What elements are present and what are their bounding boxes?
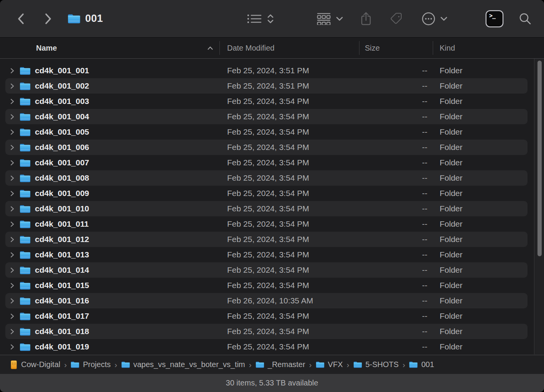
table-row[interactable]: cd4k_001_014 Feb 25, 2024, 3:54 PM -- Fo… bbox=[0, 262, 544, 278]
row-date-modified: Feb 25, 2024, 3:54 PM bbox=[219, 170, 359, 186]
table-row[interactable]: cd4k_001_003 Feb 25, 2024, 3:54 PM -- Fo… bbox=[0, 94, 544, 109]
path-separator: › bbox=[309, 360, 312, 369]
path-item-icon bbox=[71, 361, 79, 368]
table-row[interactable]: cd4k_001_008 Feb 25, 2024, 3:54 PM -- Fo… bbox=[0, 170, 544, 186]
finder-window: 001 bbox=[0, 0, 544, 392]
disclosure-chevron-icon[interactable] bbox=[10, 237, 14, 242]
table-row[interactable]: cd4k_001_012 Feb 25, 2024, 3:54 PM -- Fo… bbox=[0, 232, 544, 247]
window-proxy[interactable]: 001 bbox=[68, 0, 103, 37]
disclosure-chevron-icon[interactable] bbox=[10, 252, 14, 258]
table-row[interactable]: cd4k_001_007 Feb 25, 2024, 3:54 PM -- Fo… bbox=[0, 155, 544, 170]
row-date-modified: Feb 25, 2024, 3:54 PM bbox=[219, 109, 359, 124]
column-header-name[interactable]: Name bbox=[36, 38, 57, 58]
disclosure-chevron-icon[interactable] bbox=[10, 114, 14, 120]
path-item[interactable]: 001 bbox=[409, 360, 434, 369]
terminal-button[interactable]: >_ bbox=[486, 0, 503, 37]
path-item[interactable]: Projects bbox=[71, 360, 110, 369]
disclosure-chevron-icon[interactable] bbox=[10, 267, 14, 273]
forward-button[interactable] bbox=[43, 0, 53, 37]
path-item[interactable]: Cow-Digital bbox=[10, 360, 60, 369]
row-date-modified: Feb 25, 2024, 3:54 PM bbox=[219, 278, 359, 293]
row-name-cell: cd4k_001_015 bbox=[0, 278, 219, 293]
more-actions-button[interactable] bbox=[421, 0, 447, 37]
disclosure-chevron-icon[interactable] bbox=[10, 283, 14, 288]
row-date-modified: Feb 25, 2024, 3:51 PM bbox=[219, 78, 359, 94]
row-kind: Folder bbox=[433, 124, 544, 140]
sort-ascending-icon[interactable] bbox=[207, 46, 213, 50]
terminal-prompt-glyph: >_ bbox=[489, 13, 495, 19]
row-kind: Folder bbox=[433, 63, 544, 78]
folder-name: cd4k_001_017 bbox=[35, 311, 89, 321]
table-row[interactable]: cd4k_001_017 Feb 25, 2024, 3:54 PM -- Fo… bbox=[0, 308, 544, 324]
row-size: -- bbox=[359, 216, 433, 232]
search-button[interactable] bbox=[519, 0, 532, 37]
disclosure-chevron-icon[interactable] bbox=[10, 329, 14, 334]
group-button[interactable] bbox=[317, 0, 343, 37]
table-row[interactable]: cd4k_001_006 Feb 25, 2024, 3:54 PM -- Fo… bbox=[0, 140, 544, 155]
folder-name: cd4k_001_015 bbox=[35, 281, 89, 290]
back-button[interactable] bbox=[16, 0, 26, 37]
disclosure-chevron-icon[interactable] bbox=[10, 68, 14, 74]
disclosure-chevron-icon[interactable] bbox=[10, 191, 14, 196]
disclosure-chevron-icon[interactable] bbox=[10, 129, 14, 135]
row-date-modified: Feb 25, 2024, 3:54 PM bbox=[219, 124, 359, 140]
up-down-chevrons-icon bbox=[267, 14, 274, 24]
table-row[interactable]: cd4k_001_013 Feb 25, 2024, 3:54 PM -- Fo… bbox=[0, 247, 544, 262]
disclosure-chevron-icon[interactable] bbox=[10, 99, 14, 104]
folder-icon bbox=[20, 266, 31, 275]
column-divider[interactable] bbox=[219, 41, 220, 55]
folder-name: cd4k_001_011 bbox=[35, 219, 89, 229]
table-row[interactable]: cd4k_001_019 Feb 25, 2024, 3:54 PM -- Fo… bbox=[0, 339, 544, 354]
folder-name: cd4k_001_006 bbox=[35, 143, 89, 152]
path-separator: › bbox=[402, 360, 405, 369]
path-item[interactable]: 5-SHOTS bbox=[353, 360, 399, 369]
column-header-kind[interactable]: Kind bbox=[440, 38, 455, 58]
column-header-size[interactable]: Size bbox=[365, 38, 380, 58]
table-row[interactable]: cd4k_001_015 Feb 25, 2024, 3:54 PM -- Fo… bbox=[0, 278, 544, 293]
disclosure-chevron-icon[interactable] bbox=[10, 344, 14, 350]
disclosure-chevron-icon[interactable] bbox=[10, 83, 14, 89]
path-item[interactable]: VFX bbox=[316, 360, 343, 369]
folder-name: cd4k_001_012 bbox=[35, 235, 89, 244]
row-name-cell: cd4k_001_017 bbox=[0, 308, 219, 324]
status-bar: 30 items, 5.33 TB available bbox=[0, 374, 544, 392]
table-row[interactable]: cd4k_001_018 Feb 25, 2024, 3:54 PM -- Fo… bbox=[0, 324, 544, 339]
share-button[interactable] bbox=[360, 0, 372, 37]
row-name-cell: cd4k_001_012 bbox=[0, 232, 219, 247]
folder-icon bbox=[20, 97, 31, 106]
scrollbar-thumb[interactable] bbox=[537, 61, 542, 256]
disclosure-chevron-icon[interactable] bbox=[10, 221, 14, 227]
row-date-modified: Feb 25, 2024, 3:54 PM bbox=[219, 324, 359, 339]
scrollbar-track[interactable] bbox=[534, 59, 544, 354]
tag-button[interactable] bbox=[390, 0, 404, 37]
toolbar: 001 bbox=[0, 0, 544, 38]
table-row[interactable]: cd4k_001_004 Feb 25, 2024, 3:54 PM -- Fo… bbox=[0, 109, 544, 124]
row-size: -- bbox=[359, 94, 433, 109]
row-size: -- bbox=[359, 339, 433, 354]
row-kind: Folder bbox=[433, 186, 544, 201]
path-item[interactable]: _Remaster bbox=[256, 360, 305, 369]
table-row[interactable]: cd4k_001_011 Feb 25, 2024, 3:54 PM -- Fo… bbox=[0, 216, 544, 232]
disclosure-chevron-icon[interactable] bbox=[10, 175, 14, 181]
path-item-icon bbox=[353, 361, 362, 368]
row-size: -- bbox=[359, 201, 433, 216]
table-row[interactable]: cd4k_001_001 Feb 25, 2024, 3:51 PM -- Fo… bbox=[0, 63, 544, 78]
path-item[interactable]: vapes_vs_nate_vs_boter_vs_tim bbox=[121, 360, 245, 369]
table-row[interactable]: cd4k_001_010 Feb 25, 2024, 3:54 PM -- Fo… bbox=[0, 201, 544, 216]
view-mode-button[interactable] bbox=[247, 0, 274, 37]
disclosure-chevron-icon[interactable] bbox=[10, 298, 14, 304]
column-divider[interactable] bbox=[433, 41, 433, 55]
disclosure-chevron-icon[interactable] bbox=[10, 206, 14, 212]
disclosure-chevron-icon[interactable] bbox=[10, 160, 14, 166]
table-row[interactable]: cd4k_001_009 Feb 25, 2024, 3:54 PM -- Fo… bbox=[0, 186, 544, 201]
path-item-icon bbox=[121, 361, 130, 368]
column-header-date-modified[interactable]: Date Modified bbox=[227, 38, 274, 58]
column-divider[interactable] bbox=[359, 41, 359, 55]
disclosure-chevron-icon[interactable] bbox=[10, 145, 14, 150]
table-row[interactable]: cd4k_001_016 Feb 26, 2024, 10:35 AM -- F… bbox=[0, 293, 544, 308]
disclosure-chevron-icon[interactable] bbox=[10, 313, 14, 319]
table-row[interactable]: cd4k_001_002 Feb 25, 2024, 3:51 PM -- Fo… bbox=[0, 78, 544, 94]
table-row[interactable]: cd4k_001_005 Feb 25, 2024, 3:54 PM -- Fo… bbox=[0, 124, 544, 140]
row-name-cell: cd4k_001_011 bbox=[0, 216, 219, 232]
row-name-cell: cd4k_001_001 bbox=[0, 63, 219, 78]
